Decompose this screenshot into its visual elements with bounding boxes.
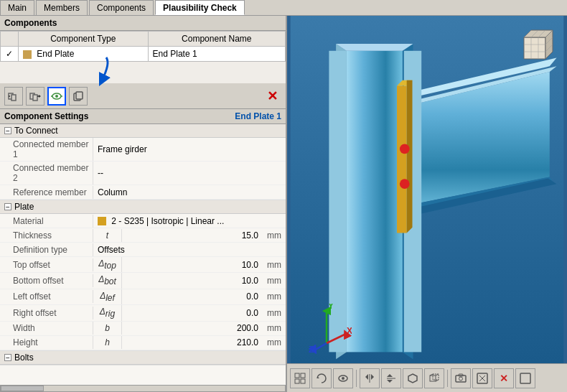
view-btn-rotate[interactable]	[311, 368, 332, 388]
prop-label: Connected member 1	[0, 138, 93, 161]
prop-def-type: Definition type Offsets	[0, 243, 286, 257]
prop-bottom-offset: Bottom offset Δbot 10.0 mm	[0, 273, 286, 289]
toolbar-btn-left2[interactable]	[26, 87, 44, 106]
svg-point-48	[459, 377, 463, 381]
prop-thickness: Thickness t 15.0 mm	[0, 228, 286, 243]
svg-rect-3	[33, 95, 37, 101]
table-row[interactable]: ✓ End Plate End Plate 1	[1, 47, 286, 62]
horizontal-scrollbar[interactable]	[0, 385, 286, 392]
prop-number: 10.0	[220, 258, 263, 271]
tab-components[interactable]: Components	[89, 0, 154, 15]
prop-connected-member1: Connected member 1 Frame girder	[0, 138, 286, 162]
view-btn-flip-x[interactable]	[360, 368, 380, 388]
collapse-plate-icon[interactable]: −	[4, 203, 11, 210]
svg-rect-1	[11, 95, 16, 101]
prop-value: Frame girder	[93, 143, 286, 156]
vertical-column-top	[336, 44, 413, 51]
view-btn-camera[interactable]	[451, 368, 471, 388]
svg-marker-41	[408, 374, 417, 383]
prop-symbol: Δbot	[93, 273, 122, 288]
settings-content: − To Connect Connected member 1 Frame gi…	[0, 124, 286, 385]
prop-symbol: Δrig	[93, 305, 122, 320]
prop-label: Left offset	[0, 290, 93, 303]
nav-cube[interactable]	[517, 23, 560, 66]
prop-unit: mm	[263, 290, 286, 303]
view-btn-eye[interactable]	[333, 368, 353, 388]
toolbar-btn-copy[interactable]	[69, 87, 88, 106]
toolbar-separator-1	[356, 370, 357, 387]
prop-unit: mm	[263, 229, 286, 242]
prop-unit: mm	[263, 258, 286, 271]
component-type-header: Component Type	[19, 32, 149, 47]
collapse-icon[interactable]: −	[4, 127, 11, 134]
svg-rect-31	[301, 379, 305, 383]
prop-value: 2 - S235 | Isotropic | Linear ...	[93, 215, 286, 228]
prop-label: Reference member	[0, 186, 93, 199]
view-btn-settings2[interactable]: ✕	[494, 368, 514, 388]
svg-rect-29	[301, 373, 305, 378]
component-type-cell: End Plate	[19, 47, 149, 62]
toolbar-btn-view[interactable]	[47, 87, 66, 106]
prop-label: Definition type	[0, 243, 93, 256]
to-connect-group: − To Connect Connected member 1 Frame gi…	[0, 124, 286, 200]
prop-reference-member: Reference member Column	[0, 185, 286, 200]
svg-marker-36	[365, 374, 368, 380]
components-table: Component Type Component Name ✓ End Plat…	[0, 31, 286, 62]
components-section-header: Components	[0, 16, 286, 31]
view-btn-maximize[interactable]	[515, 368, 535, 388]
to-connect-title: − To Connect	[0, 124, 286, 138]
svg-marker-32	[317, 376, 319, 378]
view-toolbar: ✕	[287, 363, 567, 392]
prop-number: 0.0	[220, 290, 263, 303]
prop-left-offset: Left offset Δlef 0.0 mm	[0, 289, 286, 305]
tab-main[interactable]: Main	[0, 0, 34, 15]
x-axis-label: X	[347, 326, 352, 336]
end-plate-element	[397, 86, 407, 233]
check-col-header	[1, 32, 19, 47]
left-panel: Components Component Type Component Name…	[0, 16, 287, 392]
prop-height: Height h 210.0 mm	[0, 336, 286, 350]
end-plate-right	[407, 80, 413, 233]
svg-line-27	[314, 343, 327, 350]
component-name-header: Component Name	[148, 32, 285, 47]
view-btn-render[interactable]	[472, 368, 492, 388]
prop-width: Width b 200.0 mm	[0, 322, 286, 336]
prop-label: Bottom offset	[0, 274, 93, 287]
prop-value: --	[93, 167, 286, 179]
prop-unit: mm	[263, 322, 286, 335]
prop-material: Material 2 - S235 | Isotropic | Linear .…	[0, 214, 286, 228]
toolbar-btn-left1[interactable]	[4, 87, 23, 106]
svg-point-6	[55, 95, 58, 98]
plate-title: − Plate	[0, 200, 286, 214]
tab-plausibility-check[interactable]: Plausibility Check	[155, 0, 245, 15]
prop-unit: mm	[263, 307, 286, 319]
plate-group-label: Plate	[14, 202, 34, 212]
toolbar-separator-2	[447, 370, 448, 387]
view-btn-perspective[interactable]	[424, 368, 444, 388]
settings-header: Component Settings End Plate 1	[0, 109, 286, 124]
material-color-swatch	[98, 217, 106, 225]
prop-symbol: b	[93, 322, 122, 335]
plate-group: − Plate Material 2 - S235 | Isotropic | …	[0, 200, 286, 351]
bolts-group: − Bolts	[0, 351, 286, 365]
bolt-dot-1	[400, 144, 410, 154]
scrollbar-thumb[interactable]	[1, 386, 44, 391]
collapse-bolts-icon[interactable]: −	[4, 354, 11, 361]
toolbar-btn-delete[interactable]: ✕	[263, 87, 281, 106]
view-btn-grid[interactable]	[290, 368, 310, 388]
prop-symbol: t	[93, 229, 122, 242]
svg-rect-30	[295, 379, 299, 383]
prop-top-offset: Top offset Δtop 10.0 mm	[0, 257, 286, 273]
component-toolbar: ✕	[0, 83, 286, 109]
svg-rect-53	[520, 373, 530, 383]
group-label: To Connect	[14, 126, 58, 136]
tab-members[interactable]: Members	[36, 0, 88, 15]
row-checkbox[interactable]: ✓	[1, 47, 19, 62]
view-btn-iso[interactable]	[403, 368, 423, 388]
y-axis-label: Y	[328, 304, 334, 311]
svg-point-34	[342, 377, 345, 380]
prop-label: Width	[0, 322, 93, 335]
blue-arrow-indicator	[85, 56, 113, 88]
bolts-title: − Bolts	[0, 351, 286, 365]
view-btn-flip-y[interactable]	[381, 368, 401, 388]
